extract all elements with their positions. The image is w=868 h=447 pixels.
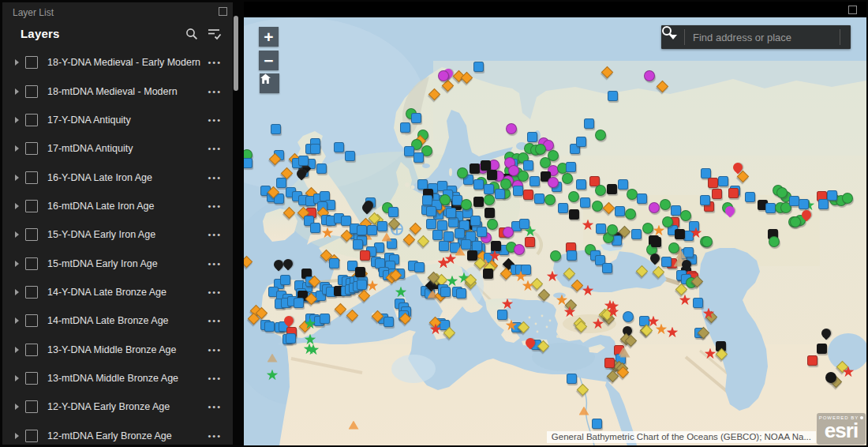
map-marker-gci[interactable] — [625, 208, 636, 220]
map-marker-gci[interactable] — [592, 201, 603, 212]
map-marker-bsq[interactable] — [413, 152, 424, 163]
map-marker-rsq[interactable] — [360, 250, 370, 261]
map-marker-gci[interactable] — [440, 194, 451, 205]
map-marker-ksq[interactable] — [491, 241, 501, 251]
map-marker-mci[interactable] — [644, 70, 655, 81]
map-marker-odi[interactable] — [282, 206, 295, 219]
map-marker-bsq[interactable] — [411, 113, 421, 123]
map-marker-ydi[interactable] — [417, 235, 429, 247]
map-marker-ydi[interactable] — [675, 283, 687, 295]
map-marker-gci[interactable] — [776, 187, 788, 198]
map-marker-bsq[interactable] — [700, 195, 710, 205]
overflow-menu-icon[interactable]: ••• — [208, 316, 223, 325]
caret-right-icon[interactable] — [15, 404, 19, 410]
caret-right-icon[interactable] — [15, 231, 19, 238]
map-marker-odi[interactable] — [656, 80, 668, 92]
map-marker-bci[interactable] — [623, 311, 634, 322]
map-marker-bsq[interactable] — [367, 225, 377, 235]
map-marker-ksq[interactable] — [355, 267, 365, 277]
map-marker-bsq[interactable] — [294, 298, 304, 308]
map-marker-ost[interactable] — [322, 227, 334, 239]
map-marker-bsq[interactable] — [534, 193, 544, 204]
map-marker-ksq[interactable] — [607, 184, 617, 194]
map-marker-ttr[interactable] — [268, 354, 278, 362]
layer-row[interactable]: 16-mtDNA Late Iron Age••• — [2, 192, 233, 220]
overflow-menu-icon[interactable]: ••• — [208, 87, 223, 96]
map-marker-bsq[interactable] — [316, 163, 327, 174]
layer-row[interactable]: 17-Y-DNA Antiquity••• — [2, 106, 233, 134]
map-marker-bsq[interactable] — [310, 223, 320, 233]
layer-row[interactable]: 18-mtDNA Medieval - Modern••• — [2, 77, 233, 105]
overflow-menu-icon[interactable]: ••• — [208, 173, 223, 182]
map-marker-odi[interactable] — [428, 88, 440, 100]
map-marker-ksq[interactable] — [467, 250, 477, 261]
map-marker-bsq[interactable] — [244, 158, 253, 168]
layer-row[interactable]: 15-Y-DNA Early Iron Age••• — [2, 220, 233, 249]
layer-checkbox[interactable] — [25, 430, 38, 442]
overflow-menu-icon[interactable]: ••• — [208, 230, 223, 239]
map-marker-bsq[interactable] — [745, 192, 755, 202]
map-marker-bsq[interactable] — [470, 216, 481, 226]
overflow-menu-icon[interactable]: ••• — [208, 115, 223, 125]
map-marker-otr[interactable] — [579, 407, 589, 415]
map-marker-bsq[interactable] — [298, 156, 309, 166]
map-marker-odi[interactable] — [600, 66, 613, 78]
map-marker-bsq[interactable] — [455, 228, 465, 239]
map-marker-odi[interactable] — [334, 302, 346, 315]
map-marker-bsq[interactable] — [320, 314, 330, 324]
map-marker-bsq[interactable] — [592, 419, 602, 429]
map-marker-rst[interactable] — [582, 220, 594, 231]
map-marker-bsq[interactable] — [818, 199, 829, 209]
layer-row[interactable]: 12-Y-DNA Early Bronze Age••• — [2, 393, 233, 421]
map-marker-bsq[interactable] — [567, 250, 577, 261]
map-marker-gst[interactable] — [305, 334, 316, 346]
map-marker-bsq[interactable] — [440, 287, 451, 297]
map-marker-bsq[interactable] — [357, 280, 367, 290]
layer-checkbox[interactable] — [25, 286, 38, 299]
map-marker-bsq[interactable] — [584, 118, 594, 129]
map-marker-odi[interactable] — [402, 233, 415, 246]
map-marker-gst[interactable] — [447, 276, 458, 287]
map-marker-odi[interactable] — [357, 289, 370, 302]
layer-checkbox[interactable] — [25, 114, 38, 126]
map-marker-gci[interactable] — [535, 144, 546, 155]
map-marker-bsq[interactable] — [576, 137, 586, 147]
map-marker-otr[interactable] — [382, 233, 392, 242]
map-marker-bsq[interactable] — [329, 258, 339, 269]
map-marker-bsq[interactable] — [631, 229, 642, 239]
map-marker-bsq[interactable] — [567, 374, 577, 384]
map-marker-rsq[interactable] — [604, 358, 615, 368]
map-marker-gci[interactable] — [607, 224, 618, 235]
map-marker-bsq[interactable] — [422, 195, 432, 205]
layer-checkbox[interactable] — [25, 372, 38, 385]
map-marker-bsq[interactable] — [566, 162, 576, 172]
map-marker-bsq[interactable] — [513, 186, 523, 196]
map-marker-mci[interactable] — [506, 123, 517, 134]
map-marker-mci[interactable] — [438, 70, 449, 81]
map-marker-bsq[interactable] — [576, 179, 586, 190]
map-marker-ksq[interactable] — [485, 208, 495, 218]
map-marker-bsq[interactable] — [388, 207, 398, 217]
map-marker-ksq[interactable] — [675, 229, 685, 239]
map-marker-gci[interactable] — [595, 185, 606, 196]
map-marker-rst[interactable] — [445, 254, 457, 265]
map-marker-ksq[interactable] — [481, 160, 491, 171]
map-marker-odi[interactable] — [409, 222, 421, 235]
caret-right-icon[interactable] — [15, 261, 19, 267]
map-marker-bsq[interactable] — [497, 310, 507, 320]
map-marker-bsq[interactable] — [264, 321, 275, 332]
filter-check-icon[interactable] — [208, 28, 222, 40]
map-marker-gci[interactable] — [484, 194, 495, 205]
layer-row[interactable]: 13-mtDNA Middle Bronze Age••• — [2, 364, 233, 393]
map-marker-bsq[interactable] — [426, 219, 436, 229]
map-marker-bsq[interactable] — [448, 217, 458, 227]
overflow-menu-icon[interactable]: ••• — [208, 58, 223, 67]
map-marker-gci[interactable] — [568, 191, 579, 202]
layer-checkbox[interactable] — [25, 56, 38, 69]
layer-checkbox[interactable] — [25, 200, 38, 212]
map-marker-ost[interactable] — [656, 324, 668, 336]
map-marker-rsq[interactable] — [728, 188, 739, 198]
layer-row[interactable]: 13-Y-DNA Middle Bronze Age••• — [2, 335, 233, 363]
map-marker-bsq[interactable] — [521, 265, 531, 275]
layer-checkbox[interactable] — [25, 228, 38, 241]
